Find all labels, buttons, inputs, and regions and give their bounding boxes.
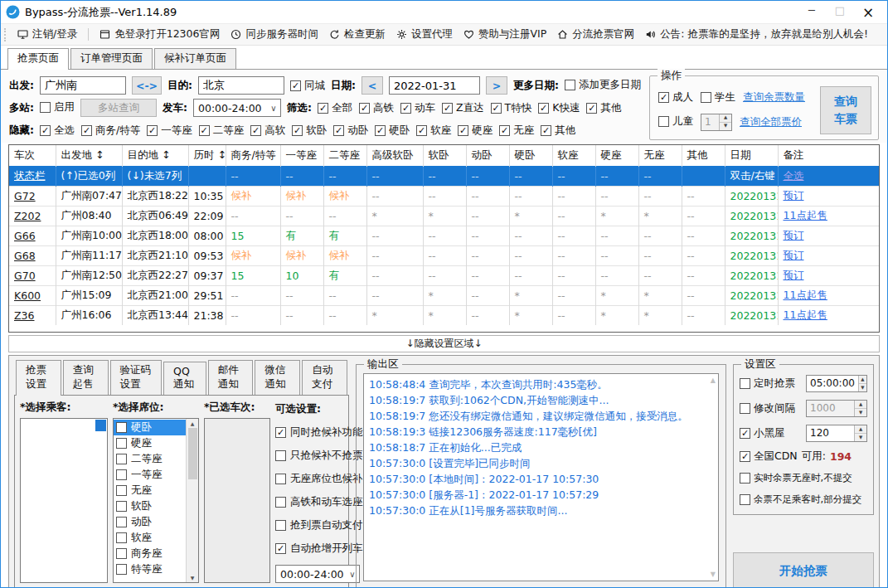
settings-value-field-2[interactable]: 120▲▼ <box>806 425 867 442</box>
column-header-0[interactable]: 车次 <box>9 145 56 167</box>
settings-tab-strip-0[interactable]: 抢票设置 <box>16 360 61 396</box>
remark-link[interactable]: 预订 <box>778 226 879 246</box>
grab-options-group-item-5[interactable]: ✓自动抢增开列车 <box>275 542 363 556</box>
hide-column-group-item-6[interactable]: ✓动卧 <box>333 124 368 138</box>
remark-link[interactable]: 预订 <box>778 266 879 286</box>
depart-input[interactable] <box>40 76 126 95</box>
column-header-16[interactable]: 备注 <box>778 145 879 167</box>
seat-option-7[interactable]: 软座 <box>114 530 186 546</box>
child-count-stepper[interactable]: 1 ▲▼ <box>701 114 732 131</box>
column-header-11[interactable]: 软座 <box>552 145 595 167</box>
toolbar-item-vip[interactable]: 赞助与注册VIP <box>463 27 546 41</box>
main-tab-strip-1[interactable]: 订单管理页面 <box>70 48 153 69</box>
toolbar-item-logout-login[interactable]: 注销/登录 <box>17 27 77 41</box>
passenger-list[interactable] <box>20 418 108 583</box>
grab-time-range-select[interactable]: 00:00-24:00 ∨ <box>275 565 360 583</box>
toolbar-item-check-update[interactable]: 检查更新 <box>329 27 386 41</box>
query-all-prices-link[interactable]: 查询全部票价 <box>740 115 802 129</box>
scroll-up-icon[interactable]: ▲ <box>191 420 195 427</box>
settings-tab-strip-6[interactable]: 自动支付 <box>302 360 347 395</box>
query-remaining-link[interactable]: 查询余票数量 <box>743 90 805 104</box>
titlebar[interactable]: Bypass-分流抢票--Ver1.14.89 ─ □ × <box>1 1 887 23</box>
hide-column-group-item-11[interactable]: ✓其他 <box>541 124 575 138</box>
train-number-link[interactable]: Z202 <box>9 207 56 226</box>
selected-trains-list[interactable] <box>204 418 270 583</box>
seat-option-8[interactable]: 商务座 <box>114 546 186 561</box>
toolbar-item-official-site[interactable]: 分流抢票官网 <box>557 27 634 41</box>
column-header-12[interactable]: 硬座 <box>595 145 638 167</box>
column-header-15[interactable]: 日期 <box>725 145 778 167</box>
spinner-arrows[interactable]: ▲▼ <box>854 425 866 441</box>
spin-down-icon[interactable]: ▼ <box>859 384 866 391</box>
train-type-filter-group-item-6[interactable]: ✓其他 <box>586 101 621 115</box>
depart-time-select[interactable]: 00:00-24:00 ∨ <box>193 99 281 117</box>
remark-link[interactable]: 11点起售 <box>778 306 879 326</box>
seat-option-9[interactable]: 特等座 <box>114 561 186 577</box>
seat-option-6[interactable]: 动卧 <box>114 514 186 530</box>
seat-list-scrollbar[interactable]: ▲ ▼ <box>186 419 198 582</box>
train-number-link[interactable]: 状态栏 <box>9 167 56 187</box>
spin-up-icon[interactable]: ▲ <box>859 376 866 384</box>
grab-options-group-item-4[interactable]: 抢到票自动支付 <box>275 518 363 532</box>
seat-option-1[interactable]: 硬座 <box>114 435 186 451</box>
hide-column-group-item-1[interactable]: ✓商务/特等 <box>81 124 140 138</box>
column-header-2[interactable]: 目的地 ↕ <box>122 145 188 167</box>
spin-down-icon[interactable]: ▼ <box>720 123 731 130</box>
settings-tab-strip-4[interactable]: 邮件通知 <box>208 360 254 395</box>
train-number-link[interactable]: K600 <box>9 286 56 306</box>
train-number-link[interactable]: G66 <box>9 226 56 246</box>
column-header-10[interactable]: 硬卧 <box>509 145 552 167</box>
spin-down-icon[interactable]: ▼ <box>855 434 866 441</box>
train-type-filter-group-item-4[interactable]: ✓T特快 <box>491 101 532 115</box>
column-header-6[interactable]: 二等座 <box>323 145 366 167</box>
scroll-down-icon[interactable]: ▼ <box>711 571 716 578</box>
hide-column-group-item-10[interactable]: ✓无座 <box>499 124 534 138</box>
date-next-button[interactable]: > <box>486 76 507 95</box>
start-grabbing-button[interactable]: 开始抢票 <box>733 552 874 588</box>
toolbar-grip[interactable] <box>4 28 7 41</box>
cdn-checkbox-cb[interactable]: ✓全国CDN <box>740 450 798 464</box>
grab-options-group-item-1[interactable]: 只抢候补不抢票 <box>275 449 363 463</box>
child-checkbox-cb[interactable]: 儿童 <box>658 114 693 129</box>
column-header-8[interactable]: 软卧 <box>423 145 466 167</box>
hide-column-group-item-7[interactable]: ✓硬卧 <box>375 124 410 138</box>
column-header-7[interactable]: 高级软卧 <box>366 145 423 167</box>
train-type-filter-group-item-0[interactable]: ✓全部 <box>318 101 352 115</box>
scroll-down-icon[interactable]: ▼ <box>191 574 195 581</box>
toolbar-item-set-proxy[interactable]: 设置代理 <box>396 27 453 41</box>
train-row[interactable]: G70广州南12:50北京西22:2709:371510有-----------… <box>9 266 879 286</box>
grab-options-group-item-3[interactable]: 高铁和动车选座 <box>275 495 363 509</box>
hide-column-group-item-8[interactable]: ✓软座 <box>416 124 451 138</box>
hide-column-group-item-5[interactable]: ✓软卧 <box>292 124 327 138</box>
settings-value-field-0[interactable]: 05:00:00▲▼ <box>806 375 867 392</box>
train-number-link[interactable]: G72 <box>9 187 56 207</box>
train-row[interactable]: G72广州南07:47北京西18:2210:35候补候补候补----------… <box>9 187 879 207</box>
settings-tab-strip-2[interactable]: 验证码设置 <box>110 360 163 395</box>
swap-stations-button[interactable]: <-> <box>132 76 162 95</box>
hide-settings-divider[interactable]: ↓隐藏设置区域↓ <box>8 335 880 352</box>
remark-link[interactable]: 预订 <box>778 246 879 266</box>
query-tickets-button[interactable]: 查询车票 <box>820 86 871 134</box>
seat-option-2[interactable]: 二等座 <box>114 451 186 467</box>
train-number-link[interactable]: G70 <box>9 266 56 286</box>
toolbar-item-sync-time[interactable]: 同步服务器时间 <box>230 27 318 41</box>
column-header-5[interactable]: 一等座 <box>280 145 323 167</box>
seat-option-5[interactable]: 软卧 <box>114 498 186 514</box>
settings-value-field-1[interactable]: 1000▲▼ <box>806 400 867 417</box>
remark-link[interactable]: 11点起售 <box>778 286 879 306</box>
spinner-arrows[interactable]: ▲▼ <box>858 376 866 391</box>
scrollbar-thumb[interactable] <box>188 428 197 479</box>
train-type-filter-group-item-5[interactable]: ✓K快速 <box>538 101 580 115</box>
date-input[interactable] <box>389 76 480 95</box>
train-row[interactable]: G68广州南11:17北京西21:1009:53候补候补候补----------… <box>9 246 879 266</box>
column-header-4[interactable]: 商务/特等 <box>226 145 280 167</box>
remark-link[interactable]: 预订 <box>778 187 879 207</box>
column-header-3[interactable]: 历时 ↕ <box>188 145 226 167</box>
extra-options-group-item-1[interactable]: 余票不足乘客时,部分提交 <box>740 493 867 506</box>
spin-up-icon[interactable]: ▲ <box>855 425 866 434</box>
train-row[interactable]: Z36广州16:06北京西13:4421:38------**--*--**--… <box>9 306 879 326</box>
column-header-1[interactable]: 出发地 ↕ <box>56 145 122 167</box>
column-header-9[interactable]: 动卧 <box>466 145 509 167</box>
close-button[interactable]: × <box>854 4 882 21</box>
column-header-14[interactable]: 其他 <box>682 145 725 167</box>
